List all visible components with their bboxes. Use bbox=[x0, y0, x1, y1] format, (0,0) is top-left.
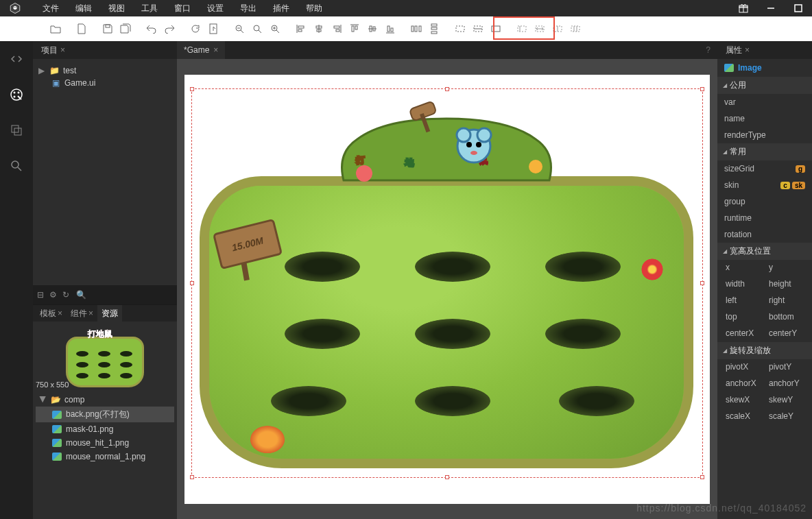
search-input[interactable] bbox=[75, 289, 180, 301]
undo-icon[interactable] bbox=[144, 21, 159, 36]
align-left-icon[interactable] bbox=[294, 21, 309, 36]
refresh-small-icon[interactable]: ↻ bbox=[62, 290, 69, 300]
prop-rotation[interactable]: rotation bbox=[717, 226, 812, 243]
zoom-out-icon[interactable] bbox=[232, 21, 247, 36]
resource-file-mouse-hit[interactable]: mouse_hit_1.png bbox=[36, 436, 174, 450]
svg-point-74 bbox=[477, 128, 491, 142]
section-common[interactable]: 公用 bbox=[717, 77, 812, 94]
publish-icon[interactable] bbox=[206, 21, 221, 36]
svg-rect-39 bbox=[419, 26, 421, 32]
svg-rect-61 bbox=[14, 128, 21, 135]
menu-window[interactable]: 窗口 bbox=[166, 0, 199, 16]
align-center-h-icon[interactable] bbox=[311, 21, 326, 36]
section-sizepos[interactable]: 宽高及位置 bbox=[717, 243, 812, 260]
prop-runtime[interactable]: runtime bbox=[717, 210, 812, 226]
prop-anchor[interactable]: anchorXanchorY bbox=[717, 376, 812, 392]
help-icon[interactable]: ? bbox=[706, 45, 710, 55]
tree-file-game-ui[interactable]: ▣ Game.ui bbox=[48, 77, 174, 89]
resource-file-mask[interactable]: mask-01.png bbox=[36, 422, 174, 436]
maximize-button[interactable] bbox=[785, 0, 812, 16]
prop-skew[interactable]: skewXskewY bbox=[717, 392, 812, 409]
gear-icon[interactable]: ⚙ bbox=[49, 290, 57, 300]
span-tool-1-icon[interactable] bbox=[514, 21, 529, 36]
prop-sizegrid[interactable]: sizeGridg bbox=[717, 160, 812, 177]
menu-help[interactable]: 帮助 bbox=[298, 0, 331, 16]
svg-line-14 bbox=[259, 30, 261, 33]
align-bottom-icon[interactable] bbox=[383, 21, 398, 36]
svg-point-65 bbox=[356, 165, 372, 182]
section-rotscale[interactable]: 旋转及缩放 bbox=[717, 342, 812, 359]
align-top-icon[interactable] bbox=[347, 21, 362, 36]
svg-point-62 bbox=[12, 161, 19, 168]
prop-group[interactable]: group bbox=[717, 193, 812, 210]
activity-design-icon[interactable] bbox=[7, 85, 26, 104]
zoom-in-icon[interactable] bbox=[267, 21, 283, 36]
canvas-tab-game[interactable]: *Game × bbox=[177, 41, 225, 59]
prop-wh[interactable]: widthheight bbox=[717, 276, 812, 293]
svg-rect-53 bbox=[571, 26, 580, 32]
rect-tool-1-icon[interactable] bbox=[453, 21, 468, 36]
menu-plugins[interactable]: 插件 bbox=[265, 0, 298, 16]
svg-point-0 bbox=[13, 6, 16, 10]
open-icon[interactable] bbox=[48, 21, 63, 36]
span-tool-4-icon[interactable] bbox=[568, 21, 583, 36]
close-icon[interactable]: × bbox=[60, 45, 65, 55]
menu-view[interactable]: 视图 bbox=[100, 0, 133, 16]
resource-file-back[interactable]: back.png(不打包) bbox=[36, 407, 174, 422]
prop-tb[interactable]: topbottom bbox=[717, 309, 812, 326]
save-icon[interactable] bbox=[100, 21, 115, 36]
resource-file-mouse-normal[interactable]: mouse_normal_1.png bbox=[36, 450, 174, 463]
align-right-icon[interactable] bbox=[329, 21, 344, 36]
distribute-v-icon[interactable] bbox=[427, 21, 442, 36]
prop-lr[interactable]: leftright bbox=[717, 293, 812, 309]
collapse-icon[interactable]: ⊟ bbox=[37, 290, 44, 300]
ui-file-icon: ▣ bbox=[51, 78, 60, 88]
span-tool-3-icon[interactable] bbox=[550, 21, 565, 36]
svg-point-75 bbox=[466, 142, 472, 147]
properties-tab[interactable]: 属性 × bbox=[723, 45, 752, 56]
rect-tool-2-icon[interactable] bbox=[470, 21, 486, 36]
refresh-icon[interactable] bbox=[188, 21, 203, 36]
rect-tool-3-icon[interactable] bbox=[488, 21, 503, 36]
close-icon[interactable]: × bbox=[745, 45, 750, 55]
prop-skin[interactable]: skincsk bbox=[717, 177, 812, 193]
prop-var[interactable]: var bbox=[717, 94, 812, 110]
menu-tools[interactable]: 工具 bbox=[133, 0, 166, 16]
activity-search-icon[interactable] bbox=[7, 156, 26, 176]
tab-component[interactable]: 组件× bbox=[67, 305, 97, 322]
file-label: Game.ui bbox=[64, 78, 95, 88]
resource-folder-comp[interactable]: ▶ 📂 comp bbox=[36, 393, 174, 407]
tree-folder-test[interactable]: ▶ 📁 test bbox=[36, 64, 174, 77]
prop-xy[interactable]: xy bbox=[717, 260, 812, 276]
activity-layers-icon[interactable] bbox=[7, 121, 26, 140]
span-tool-2-icon[interactable] bbox=[532, 21, 547, 36]
prop-name[interactable]: name bbox=[717, 110, 812, 127]
close-icon[interactable]: × bbox=[213, 45, 218, 55]
menu-file[interactable]: 文件 bbox=[34, 0, 67, 16]
menu-edit[interactable]: 编辑 bbox=[67, 0, 100, 16]
canvas-stage[interactable]: 15.00M bbox=[184, 75, 710, 504]
game-scene-image: 15.00M bbox=[200, 98, 693, 478]
distribute-h-icon[interactable] bbox=[409, 21, 424, 36]
redo-icon[interactable] bbox=[162, 21, 177, 36]
tab-resource[interactable]: 资源 bbox=[97, 305, 122, 322]
zoom-reset-icon[interactable] bbox=[250, 21, 265, 36]
prop-center[interactable]: centerXcenterY bbox=[717, 326, 812, 342]
prop-scale[interactable]: scaleXscaleY bbox=[717, 409, 812, 425]
activity-code-icon[interactable] bbox=[7, 49, 26, 69]
align-middle-v-icon[interactable] bbox=[365, 21, 380, 36]
chevron-down-icon: ▶ bbox=[38, 396, 48, 403]
prop-pivot[interactable]: pivotXpivotY bbox=[717, 359, 812, 376]
gift-icon[interactable] bbox=[730, 0, 757, 16]
tab-template[interactable]: 模板× bbox=[36, 305, 67, 322]
prop-rendertype[interactable]: renderType bbox=[717, 127, 812, 143]
resource-dimensions: 750 x 550 bbox=[36, 381, 69, 389]
svg-rect-60 bbox=[12, 125, 19, 132]
project-tab[interactable]: 项目 × bbox=[38, 45, 68, 56]
save-all-icon[interactable] bbox=[118, 21, 133, 36]
section-frequent[interactable]: 常用 bbox=[717, 143, 812, 160]
menu-settings[interactable]: 设置 bbox=[199, 0, 232, 16]
minimize-button[interactable] bbox=[757, 0, 785, 16]
new-page-icon[interactable] bbox=[74, 21, 89, 36]
menu-export[interactable]: 导出 bbox=[232, 0, 265, 16]
